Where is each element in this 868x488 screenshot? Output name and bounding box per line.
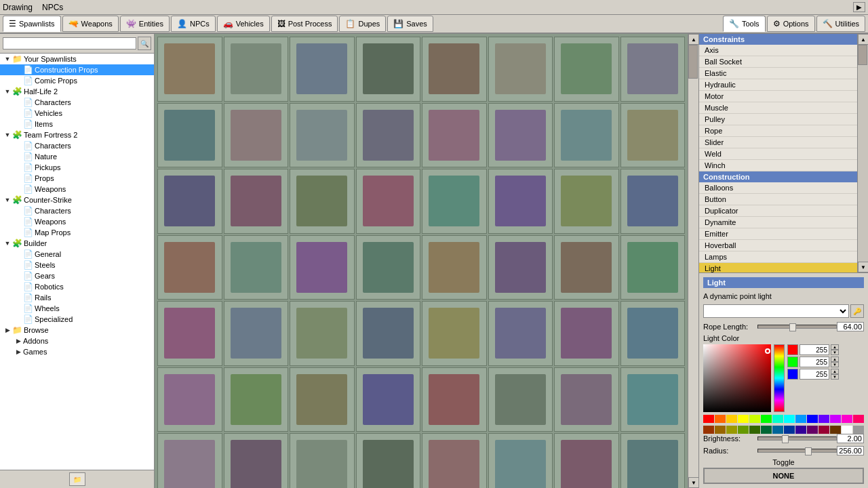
palette-color-r1-0[interactable]	[703, 415, 714, 423]
right-scroll-up[interactable]: ▲	[858, 34, 868, 45]
tool-item-button[interactable]: Button	[699, 194, 857, 205]
tree-item-tf2-nature[interactable]: 📄Nature	[0, 151, 154, 162]
scroll-thumb[interactable]	[688, 45, 698, 79]
palette-color-r1-12[interactable]	[842, 415, 852, 423]
prop-cell-53[interactable]	[488, 433, 553, 488]
tool-item-winch[interactable]: Winch	[699, 160, 857, 171]
palette-color-r2-12[interactable]	[842, 426, 852, 434]
new-folder-button[interactable]: 📁	[69, 472, 85, 486]
prop-cell-29[interactable]	[488, 235, 553, 300]
prop-cell-19[interactable]	[356, 169, 421, 234]
tab-postprocess[interactable]: 🖼 Post Process	[271, 16, 338, 32]
g-input[interactable]	[800, 357, 829, 367]
tool-item-elastic[interactable]: Elastic	[699, 68, 857, 79]
tool-item-axis[interactable]: Axis	[699, 45, 857, 56]
tree-toggle-team-fortress-2[interactable]: ▼	[3, 130, 12, 140]
palette-color-r1-10[interactable]	[818, 415, 829, 423]
palette-color-r2-6[interactable]	[772, 426, 783, 434]
prop-cell-14[interactable]	[554, 103, 619, 168]
menu-npcs[interactable]: NPCs	[42, 3, 63, 12]
prop-cell-2[interactable]	[290, 37, 355, 102]
tree-toggle-counter-strike[interactable]: ▼	[3, 195, 12, 205]
tool-item-balloons[interactable]: Balloons	[699, 182, 857, 194]
prop-cell-39[interactable]	[620, 301, 686, 366]
tree-item-builder[interactable]: ▼🧩Builder	[0, 238, 154, 249]
prop-cell-48[interactable]	[157, 433, 222, 488]
prop-cell-8[interactable]	[157, 103, 222, 168]
prop-cell-40[interactable]	[157, 367, 222, 432]
tree-toggle-half-life-2[interactable]: ▼	[3, 87, 12, 96]
brightness-value[interactable]	[837, 434, 864, 443]
radius-slider[interactable]	[757, 449, 837, 453]
prop-cell-15[interactable]	[620, 103, 686, 168]
tree-toggle-your-spawnlists[interactable]: ▼	[3, 54, 12, 64]
prop-cell-22[interactable]	[554, 169, 619, 234]
tree-item-b-general[interactable]: 📄General	[0, 249, 154, 260]
tree-item-half-life-2[interactable]: ▼🧩Half-Life 2	[0, 86, 154, 97]
prop-cell-37[interactable]	[488, 301, 553, 366]
right-scroll-thumb[interactable]	[858, 45, 867, 65]
palette-color-r1-2[interactable]	[726, 415, 737, 423]
palette-color-r2-1[interactable]	[715, 426, 726, 434]
r-spin-up[interactable]: ▲	[831, 344, 839, 350]
prop-cell-17[interactable]	[224, 169, 289, 234]
prop-cell-38[interactable]	[554, 301, 619, 366]
prop-cell-7[interactable]	[620, 37, 686, 102]
palette-color-r2-9[interactable]	[807, 426, 818, 434]
tool-item-motor[interactable]: Motor	[699, 91, 857, 102]
tree-item-hl2-items[interactable]: 📄Items	[0, 119, 154, 129]
palette-color-r2-2[interactable]	[726, 426, 737, 434]
r-input[interactable]	[800, 344, 829, 355]
prop-cell-6[interactable]	[554, 37, 619, 102]
tree-item-cs-map-props[interactable]: 📄Map Props	[0, 227, 154, 238]
tool-item-hydraulic[interactable]: Hydraulic	[699, 79, 857, 91]
tree-item-cs-characters[interactable]: 📄Characters	[0, 205, 154, 216]
tree-item-b-specialized[interactable]: 📄Specialized	[0, 314, 154, 325]
r-spin-down[interactable]: ▼	[831, 350, 839, 355]
palette-color-r1-6[interactable]	[772, 415, 783, 423]
prop-cell-9[interactable]	[224, 103, 289, 168]
prop-cell-23[interactable]	[620, 169, 686, 234]
prop-cell-25[interactable]	[224, 235, 289, 300]
tab-options[interactable]: ⚙ Options	[767, 16, 815, 32]
tab-vehicles[interactable]: 🚗 Vehicles	[217, 16, 270, 32]
tab-dupes[interactable]: 📋 Dupes	[339, 16, 386, 32]
tree-item-hl2-vehicles[interactable]: 📄Vehicles	[0, 108, 154, 119]
prop-cell-50[interactable]	[290, 433, 355, 488]
tool-item-rope[interactable]: Rope	[699, 125, 857, 137]
light-preset-dropdown[interactable]	[703, 304, 849, 318]
tree-item-b-gears[interactable]: 📄Gears	[0, 270, 154, 281]
prop-cell-49[interactable]	[224, 433, 289, 488]
prop-cell-4[interactable]	[422, 37, 487, 102]
tree-item-tf2-characters[interactable]: 📄Characters	[0, 140, 154, 151]
tool-item-pulley[interactable]: Pulley	[699, 114, 857, 125]
tree-item-b-robotics[interactable]: 📄Robotics	[0, 281, 154, 292]
tab-weapons[interactable]: 🔫 Weapons	[62, 16, 119, 32]
tree-toggle-browse[interactable]: ▶	[3, 325, 12, 335]
palette-color-r2-3[interactable]	[738, 426, 749, 434]
tab-npcs[interactable]: 👤 NPCs	[171, 16, 216, 32]
prop-cell-13[interactable]	[488, 103, 553, 168]
palette-color-r1-7[interactable]	[784, 415, 795, 423]
rope-length-value[interactable]	[837, 322, 864, 331]
menu-arrow[interactable]: ▶	[853, 2, 865, 12]
tool-item-weld[interactable]: Weld	[699, 148, 857, 160]
palette-color-r2-0[interactable]	[703, 426, 714, 434]
palette-color-r2-8[interactable]	[795, 426, 806, 434]
prop-cell-26[interactable]	[290, 235, 355, 300]
palette-color-r2-7[interactable]	[784, 426, 795, 434]
tab-saves[interactable]: 💾 Saves	[387, 16, 433, 32]
tree-item-browse[interactable]: ▶📁Browse	[0, 325, 154, 336]
prop-cell-52[interactable]	[422, 433, 487, 488]
tab-spawnlists[interactable]: ☰ Spawnlists	[3, 16, 61, 32]
prop-cell-10[interactable]	[290, 103, 355, 168]
tree-item-b-wheels[interactable]: 📄Wheels	[0, 303, 154, 314]
tool-item-emitter[interactable]: Emitter	[699, 228, 857, 240]
prop-cell-16[interactable]	[157, 169, 222, 234]
scroll-down-button[interactable]: ▼	[688, 477, 698, 488]
scroll-up-button[interactable]: ▲	[688, 34, 698, 45]
prop-cell-27[interactable]	[356, 235, 421, 300]
tree-item-comic-props[interactable]: 📄Comic Props	[0, 75, 154, 86]
radius-value[interactable]	[837, 446, 864, 455]
tree-item-construction-props[interactable]: 📄Construction Props	[0, 64, 154, 75]
